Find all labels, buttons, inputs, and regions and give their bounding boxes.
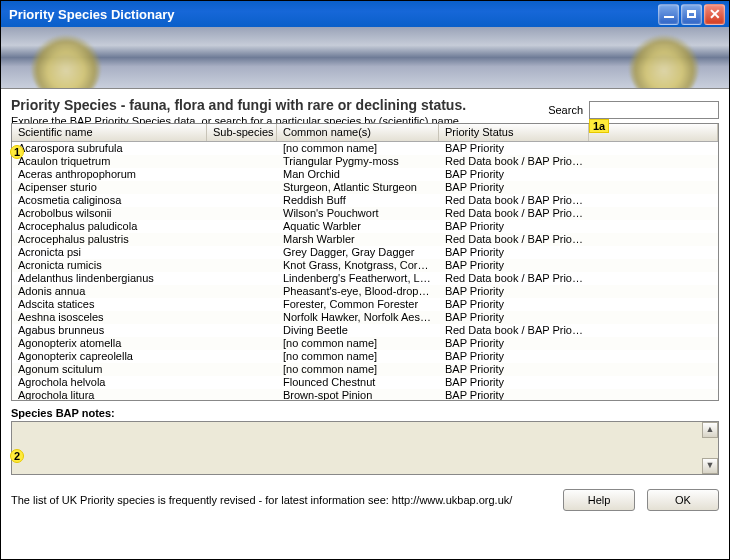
- table-cell: Agrochola helvola: [12, 376, 207, 389]
- table-row[interactable]: Adscita staticesForester, Common Foreste…: [12, 298, 718, 311]
- table-cell: BAP Priority: [439, 376, 589, 389]
- minimize-button[interactable]: [658, 4, 679, 25]
- table-cell: BAP Priority: [439, 298, 589, 311]
- table-cell: Reddish Buff: [277, 194, 439, 207]
- table-cell: Brown-spot Pinion: [277, 389, 439, 401]
- annotation-1a: 1a: [589, 119, 609, 133]
- table-cell: [207, 142, 277, 155]
- table-cell: Red Data book / BAP Priority: [439, 207, 589, 220]
- table-cell: Adelanthus lindenbergianus: [12, 272, 207, 285]
- table-cell: Red Data book / BAP Priority: [439, 272, 589, 285]
- table-cell: Agabus brunneus: [12, 324, 207, 337]
- table-cell: BAP Priority: [439, 246, 589, 259]
- table-cell: [207, 272, 277, 285]
- table-cell: [207, 298, 277, 311]
- table-cell: [207, 337, 277, 350]
- table-row[interactable]: Agonum scitulum[no common name]BAP Prior…: [12, 363, 718, 376]
- col-status[interactable]: Priority Status: [439, 124, 589, 141]
- col-subspecies[interactable]: Sub-species: [207, 124, 277, 141]
- table-cell: Acrocephalus paludicola: [12, 220, 207, 233]
- search-input[interactable]: [589, 101, 719, 119]
- table-row[interactable]: Adelanthus lindenbergianusLindenberg's F…: [12, 272, 718, 285]
- table-cell: Flounced Chestnut: [277, 376, 439, 389]
- table-cell: BAP Priority: [439, 389, 589, 401]
- table-cell: [no common name]: [277, 350, 439, 363]
- table-cell: Knot Grass, Knotgrass, Cornfield Kn...: [277, 259, 439, 272]
- table-cell: [207, 259, 277, 272]
- table-row[interactable]: Agonopterix capreolella[no common name]B…: [12, 350, 718, 363]
- table-cell: Norfolk Hawker, Norfolk Aeshna: [277, 311, 439, 324]
- table-cell: [207, 233, 277, 246]
- table-cell: Agonopterix atomella: [12, 337, 207, 350]
- notes-textarea[interactable]: ▲ ▼: [11, 421, 719, 475]
- notes-label: Species BAP notes:: [11, 407, 719, 419]
- table-row[interactable]: Agrochola helvolaFlounced ChestnutBAP Pr…: [12, 376, 718, 389]
- scroll-down-icon[interactable]: ▼: [702, 458, 718, 474]
- table-cell: BAP Priority: [439, 311, 589, 324]
- table-cell: Acrocephalus palustris: [12, 233, 207, 246]
- table-cell: Forester, Common Forester: [277, 298, 439, 311]
- table-cell: Marsh Warbler: [277, 233, 439, 246]
- table-cell: Agonum scitulum: [12, 363, 207, 376]
- table-cell: Lindenberg's Featherwort, Lindenbe...: [277, 272, 439, 285]
- notes-scrollbar[interactable]: ▲ ▼: [702, 422, 718, 474]
- search-label: Search: [548, 104, 583, 116]
- table-row[interactable]: Acarospora subrufula[no common name]BAP …: [12, 142, 718, 155]
- table-cell: [207, 389, 277, 401]
- table-cell: Acronicta rumicis: [12, 259, 207, 272]
- species-grid: Scientific name Sub-species Common name(…: [11, 123, 719, 401]
- table-cell: [207, 194, 277, 207]
- table-cell: Agrochola litura: [12, 389, 207, 401]
- table-row[interactable]: Agrochola lituraBrown-spot PinionBAP Pri…: [12, 389, 718, 401]
- table-row[interactable]: Aceras anthropophorumMan OrchidBAP Prior…: [12, 168, 718, 181]
- table-row[interactable]: Acipenser sturioSturgeon, Atlantic Sturg…: [12, 181, 718, 194]
- table-cell: Red Data book / BAP Priority: [439, 155, 589, 168]
- annotation-1: 1: [10, 145, 24, 159]
- table-cell: Acaulon triquetrum: [12, 155, 207, 168]
- scroll-up-icon[interactable]: ▲: [702, 422, 718, 438]
- table-row[interactable]: Agabus brunneusDiving BeetleRed Data boo…: [12, 324, 718, 337]
- table-cell: Aeshna isosceles: [12, 311, 207, 324]
- banner-image: [1, 27, 729, 89]
- table-cell: Aquatic Warbler: [277, 220, 439, 233]
- col-common[interactable]: Common name(s): [277, 124, 439, 141]
- table-cell: Red Data book / BAP Priority: [439, 194, 589, 207]
- table-cell: [no common name]: [277, 142, 439, 155]
- table-cell: [207, 311, 277, 324]
- titlebar: Priority Species Dictionary ✕: [1, 1, 729, 27]
- table-row[interactable]: Acrocephalus palustrisMarsh WarblerRed D…: [12, 233, 718, 246]
- table-cell: Red Data book / BAP Priority: [439, 233, 589, 246]
- table-row[interactable]: Adonis annuaPheasant's-eye, Blood-drops,…: [12, 285, 718, 298]
- table-cell: Acosmetia caliginosa: [12, 194, 207, 207]
- table-cell: [207, 181, 277, 194]
- close-button[interactable]: ✕: [704, 4, 725, 25]
- footer-text: The list of UK Priority species is frequ…: [11, 494, 551, 506]
- maximize-button[interactable]: [681, 4, 702, 25]
- col-scientific[interactable]: Scientific name: [12, 124, 207, 141]
- grid-body[interactable]: Acarospora subrufula[no common name]BAP …: [12, 142, 718, 401]
- help-button[interactable]: Help: [563, 489, 635, 511]
- table-row[interactable]: Acaulon triquetrumTriangular Pygmy-mossR…: [12, 155, 718, 168]
- table-cell: [207, 324, 277, 337]
- table-cell: Wilson's Pouchwort: [277, 207, 439, 220]
- ok-button[interactable]: OK: [647, 489, 719, 511]
- table-cell: [207, 168, 277, 181]
- table-row[interactable]: Acrobolbus wilsoniiWilson's PouchwortRed…: [12, 207, 718, 220]
- table-row[interactable]: Acosmetia caliginosaReddish BuffRed Data…: [12, 194, 718, 207]
- table-row[interactable]: Acronicta rumicisKnot Grass, Knotgrass, …: [12, 259, 718, 272]
- table-cell: Adonis annua: [12, 285, 207, 298]
- table-cell: Grey Dagger, Gray Dagger: [277, 246, 439, 259]
- table-cell: Adscita statices: [12, 298, 207, 311]
- table-cell: [no common name]: [277, 337, 439, 350]
- table-row[interactable]: Agonopterix atomella[no common name]BAP …: [12, 337, 718, 350]
- table-cell: Triangular Pygmy-moss: [277, 155, 439, 168]
- table-cell: [207, 220, 277, 233]
- table-row[interactable]: Aeshna isoscelesNorfolk Hawker, Norfolk …: [12, 311, 718, 324]
- table-cell: Acarospora subrufula: [12, 142, 207, 155]
- table-cell: BAP Priority: [439, 337, 589, 350]
- table-cell: [no common name]: [277, 363, 439, 376]
- table-row[interactable]: Acrocephalus paludicolaAquatic WarblerBA…: [12, 220, 718, 233]
- table-cell: [207, 246, 277, 259]
- table-cell: Diving Beetle: [277, 324, 439, 337]
- table-row[interactable]: Acronicta psiGrey Dagger, Gray DaggerBAP…: [12, 246, 718, 259]
